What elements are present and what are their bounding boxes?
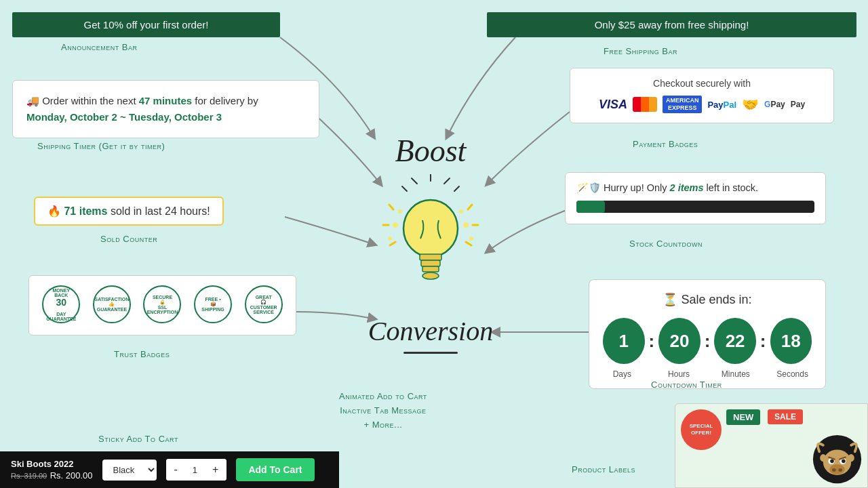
colon-1: : — [649, 331, 655, 352]
sold-count: 71 items — [64, 205, 107, 217]
shipping-minutes: 47 minutes — [139, 95, 192, 106]
sold-counter-label: Sold Counter — [100, 234, 157, 244]
countdown-timer-label: Countdown Timer — [651, 380, 722, 390]
old-price: Rs. 319.00 — [11, 472, 47, 480]
stock-suffix: left in stock. — [707, 182, 759, 193]
countdown-title-text: Sale ends in: — [681, 293, 751, 306]
visa-icon: VISA — [599, 96, 627, 113]
countdown-title: ⏳ Sale ends in: — [603, 292, 812, 307]
label-days: Days — [603, 369, 642, 379]
svg-point-26 — [838, 468, 842, 472]
payment-icons-row: VISA AMERICANEXPRESS PayPal 🤝 G Pay Pay — [581, 96, 823, 113]
stock-icons: 🪄🛡️ — [576, 182, 604, 193]
stock-countdown-label: Stock Countdown — [629, 239, 703, 249]
satisfaction-circle: SATISFACTION👍GUARANTEE — [93, 285, 131, 323]
free-shipping-bar: Only $25 away from free shipping! — [487, 12, 856, 37]
svg-point-5 — [403, 200, 458, 257]
announcement-text: Get 10% off your first order! — [84, 19, 209, 30]
paypal-icon: PayPal — [707, 96, 736, 113]
mastercard-icon — [633, 97, 657, 112]
announcement-bar-label: Announcement Bar — [61, 42, 137, 52]
shipping-sep: ~ — [120, 111, 126, 123]
countdown-circles: 1 : 20 : 22 : 18 — [603, 318, 812, 364]
stock-count: 2 items — [670, 182, 704, 193]
amex-icon: AMERICANEXPRESS — [663, 96, 703, 113]
payment-badges-label: Payment Badges — [633, 139, 698, 149]
animated-add-to-cart-label: Animated Add to Cart — [339, 391, 427, 401]
svg-point-34 — [848, 454, 854, 462]
sold-suffix: sold in last 24 hours! — [111, 205, 210, 217]
free-shipping-circle: FREE •📦SHIPPING — [194, 285, 232, 323]
announcement-bar: Get 10% off your first order! — [12, 12, 280, 37]
svg-line-21 — [466, 242, 471, 245]
svg-line-3 — [454, 186, 459, 191]
svg-point-24 — [829, 464, 845, 474]
svg-point-13 — [459, 209, 463, 214]
special-offer-label: SPECIALOFFER! — [681, 409, 722, 450]
svg-point-12 — [398, 209, 402, 214]
svg-rect-7 — [421, 260, 440, 266]
svg-line-4 — [402, 186, 407, 191]
qty-decrease-button[interactable]: - — [166, 459, 186, 481]
svg-line-20 — [390, 242, 395, 245]
qty-control: - 1 + — [166, 459, 227, 481]
trust-badges-label: Trust Badges — [114, 349, 170, 359]
price-row: Rs. 319.00 Rs. 200.00 — [11, 469, 93, 481]
stock-prefix: Hurry up! Only — [604, 182, 667, 193]
boost-center: Boost Conversion — [319, 88, 542, 400]
sold-counter-box: 🔥 71 items sold in last 24 hours! — [34, 197, 224, 226]
svg-point-15 — [469, 237, 473, 241]
colon-2: : — [705, 331, 711, 352]
stock-text: 🪄🛡️ Hurry up! Only 2 items left in stock… — [576, 182, 814, 194]
sticky-add-to-cart: Ski Boots 2022 Rs. 319.00 Rs. 200.00 Bla… — [0, 451, 339, 488]
trust-badge-secure: SECURE🔒SSLENCRYPTION — [139, 285, 185, 325]
boost-top-text: Boost — [395, 134, 467, 169]
svg-point-25 — [832, 468, 836, 472]
label-seconds: Seconds — [773, 369, 812, 379]
shipping-date2: Tuesday, October 3 — [129, 111, 222, 123]
shipping-date1: Monday, October 2 — [26, 111, 117, 123]
svg-line-19 — [468, 205, 472, 209]
fire-icon: 🔥 — [47, 205, 64, 217]
handshake-icon: 🤝 — [742, 96, 759, 113]
payment-badges-box: Checkout securely with VISA AMERICANEXPR… — [570, 68, 834, 123]
countdown-icon: ⏳ — [663, 293, 677, 306]
trust-badges-box: MONEY BACK30DAYGUARANTEE SATISFACTION👍GU… — [28, 275, 296, 336]
countdown-days: 1 — [603, 318, 645, 364]
free-shipping-bar-label: Free Shipping Bar — [604, 46, 677, 56]
boost-underline — [403, 352, 458, 354]
svg-line-18 — [389, 205, 393, 209]
secure-circle: SECURE🔒SSLENCRYPTION — [143, 285, 181, 323]
trust-badge-satisfaction: SATISFACTION👍GUARANTEE — [89, 285, 135, 325]
svg-point-9 — [422, 272, 439, 279]
svg-point-33 — [820, 454, 826, 462]
stock-progress-fill — [576, 201, 605, 213]
variant-select[interactable]: Black — [102, 460, 157, 481]
qty-value: 1 — [186, 460, 204, 480]
bull-mascot — [812, 434, 863, 485]
gpay-icon: G Pay — [764, 96, 785, 113]
countdown-seconds: 18 — [770, 318, 812, 364]
qty-increase-button[interactable]: + — [204, 459, 226, 481]
shipping-prefix: 🚚 Order within the next — [26, 95, 136, 106]
shipping-timer-box: 🚚 Order within the next 47 minutes for d… — [12, 80, 319, 138]
inactive-tab-label: Inactive Tab Message — [339, 405, 427, 415]
label-hours: Hours — [660, 369, 698, 379]
customer-service-circle: GREAT🎧CUSTOMER SERVICE — [245, 285, 283, 323]
svg-rect-6 — [420, 254, 441, 260]
stock-progress-bar — [576, 201, 814, 213]
free-shipping-text: Only $25 away from free shipping! — [595, 19, 749, 30]
lightbulb-icon — [376, 174, 485, 310]
svg-line-1 — [444, 178, 450, 184]
svg-line-2 — [412, 178, 417, 184]
countdown-timer-box: ⏳ Sale ends in: 1 : 20 : 22 : 18 Days Ho… — [589, 279, 826, 389]
boost-bottom-text: Conversion — [368, 315, 493, 348]
svg-point-14 — [388, 237, 392, 241]
applepay-icon: Pay — [791, 96, 805, 113]
add-to-cart-button[interactable]: Add To Cart — [236, 458, 314, 481]
more-label: + More... — [339, 420, 427, 430]
product-labels-label: Product Labels — [536, 464, 671, 481]
money-back-circle: MONEY BACK30DAYGUARANTEE — [42, 285, 80, 323]
shipping-suffix: for delivery by — [195, 95, 258, 106]
countdown-minutes: 22 — [714, 318, 756, 364]
